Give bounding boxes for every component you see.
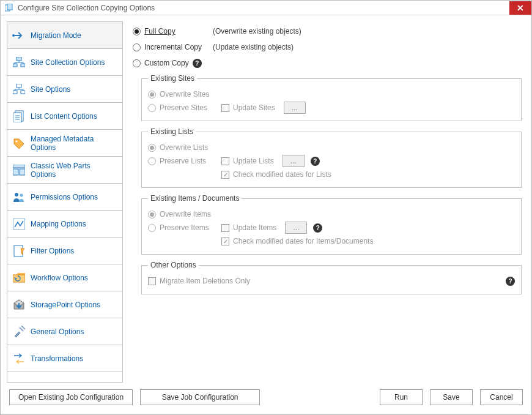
sidebar-item-label: Mapping Options <box>31 220 86 228</box>
checkbox-label: Update Sites <box>233 103 275 112</box>
webparts-icon <box>12 163 26 177</box>
radio-label: Custom Copy <box>144 59 189 67</box>
sidebar-item-site-collection-options[interactable]: Site Collection Options <box>7 49 122 76</box>
svg-rect-23 <box>13 165 25 168</box>
help-icon[interactable]: ? <box>313 223 322 233</box>
users-icon <box>12 190 26 204</box>
sidebar-item-transformations[interactable]: Transformations <box>7 345 122 372</box>
sidebar-item-managed-metadata-options[interactable]: Managed Metadata Options <box>7 130 122 157</box>
radio-custom-copy[interactable]: Custom Copy ? <box>133 56 522 70</box>
radio-indicator <box>133 43 141 51</box>
list-icon <box>12 110 26 123</box>
svg-rect-3 <box>17 57 21 61</box>
sidebar-item-label: List Content Options <box>31 112 97 121</box>
checkbox-label: Check modified dates for Items/Documents <box>233 237 373 245</box>
radio-label: Preserve Sites <box>160 103 207 112</box>
group-legend: Existing Items / Documents <box>148 194 242 203</box>
sidebar-item-label: Migration Mode <box>31 31 81 40</box>
radio-label: Overwrite Lists <box>160 143 208 152</box>
radio-label: Overwrite Items <box>160 210 211 219</box>
tag-icon <box>12 136 26 150</box>
help-icon[interactable]: ? <box>193 59 202 68</box>
checkbox-migrate-deletions <box>148 277 156 285</box>
filter-icon <box>12 244 26 258</box>
checkbox-label: Migrate Item Deletions Only <box>160 277 250 285</box>
radio-desc: (Update existing objects) <box>213 43 294 51</box>
sidebar-item-site-options[interactable]: Site Options <box>7 76 122 103</box>
sidebar-item-label: Site Options <box>31 85 70 94</box>
sidebar-item-label: StoragePoint Options <box>31 301 100 309</box>
footer-bar: Open Existing Job Configuration Save Job… <box>1 386 531 414</box>
checkbox-update-sites <box>221 104 229 112</box>
sidebar-item-label: Managed Metadata Options <box>31 135 117 152</box>
open-existing-job-button[interactable]: Open Existing Job Configuration <box>9 389 133 405</box>
checkbox-update-lists <box>221 157 229 165</box>
svg-rect-1 <box>7 4 12 10</box>
radio-overwrite-sites: Overwrite Sites <box>148 88 221 101</box>
radio-preserve-lists: Preserve Lists <box>148 154 221 168</box>
radio-preserve-items: Preserve Items <box>148 221 221 234</box>
radio-indicator <box>133 28 141 36</box>
radio-incremental-copy[interactable]: Incremental Copy (Update existing object… <box>133 40 522 54</box>
svg-point-22 <box>16 140 18 142</box>
main-panel: Full Copy (Overwrite existing objects) I… <box>129 21 525 383</box>
sidebar-item-label: Filter Options <box>31 247 74 255</box>
sidebar-item-storagepoint-options[interactable]: StoragePoint Options <box>7 291 122 318</box>
folder-icon <box>12 271 26 285</box>
close-button[interactable]: ✕ <box>509 1 531 15</box>
svg-rect-5 <box>21 64 25 67</box>
arrow-icon <box>12 29 26 42</box>
svg-rect-24 <box>13 169 18 175</box>
svg-rect-4 <box>13 64 17 67</box>
sidebar-item-migration-mode[interactable]: Migration Mode <box>7 22 122 49</box>
mapping-icon <box>12 217 26 231</box>
save-button[interactable]: Save <box>430 389 473 405</box>
svg-rect-10 <box>17 84 21 88</box>
sidebar-item-classic-web-parts-options[interactable]: Classic Web Parts Options <box>7 157 122 184</box>
checkbox-update-items <box>221 224 229 232</box>
title-bar: Configure Site Collection Copying Option… <box>1 1 531 15</box>
help-icon[interactable]: ? <box>506 277 515 286</box>
cancel-button[interactable]: Cancel <box>480 389 523 405</box>
browse-button: ... <box>283 155 305 167</box>
radio-preserve-sites: Preserve Sites <box>148 101 221 114</box>
sidebar-item-mapping-options[interactable]: Mapping Options <box>7 211 122 237</box>
tools-icon <box>12 325 26 338</box>
run-button[interactable]: Run <box>380 389 423 405</box>
radio-label: Overwrite Sites <box>160 90 209 99</box>
browse-button: ... <box>284 102 306 114</box>
sidebar-item-label: Transformations <box>31 354 83 363</box>
group-legend: Existing Lists <box>148 127 196 136</box>
transform-icon <box>12 352 26 365</box>
group-legend: Other Options <box>148 261 199 269</box>
sidebar-item-filter-options[interactable]: Filter Options <box>7 237 122 264</box>
group-existing-items: Existing Items / Documents Overwrite Ite… <box>141 194 522 255</box>
sidebar-item-list-content-options[interactable]: List Content Options <box>7 103 122 130</box>
group-legend: Existing Sites <box>148 74 197 83</box>
checkbox-label: Update Lists <box>233 157 274 165</box>
sidebar-item-permissions-options[interactable]: Permissions Options <box>7 184 122 211</box>
svg-point-26 <box>15 193 18 196</box>
app-icon <box>4 3 14 13</box>
site-icon <box>12 83 26 96</box>
sidebar-item-label: Workflow Options <box>31 274 88 282</box>
sidebar-item-workflow-options[interactable]: Workflow Options <box>7 264 122 291</box>
sidebar-item-label: General Options <box>31 327 84 336</box>
radio-full-copy[interactable]: Full Copy (Overwrite existing objects) <box>133 24 522 39</box>
sidebar-item-label: Permissions Options <box>31 193 98 201</box>
sidebar-item-label: Classic Web Parts Options <box>31 162 117 179</box>
radio-label: Full Copy <box>144 27 213 36</box>
radio-overwrite-items: Overwrite Items <box>148 208 221 221</box>
svg-point-27 <box>20 193 23 196</box>
radio-desc: (Overwrite existing objects) <box>213 27 301 36</box>
save-job-configuration-button[interactable]: Save Job Configuration <box>140 389 260 405</box>
sidebar: Migration Mode Site Collection Options S… <box>7 21 123 383</box>
sidebar-item-general-options[interactable]: General Options <box>7 318 122 345</box>
group-existing-lists: Existing Lists Overwrite Lists Preserve … <box>141 127 522 188</box>
radio-overwrite-lists: Overwrite Lists <box>148 141 221 154</box>
radio-label: Preserve Lists <box>160 157 206 165</box>
help-icon[interactable]: ? <box>311 157 320 166</box>
window-title: Configure Site Collection Copying Option… <box>18 4 509 12</box>
svg-rect-25 <box>20 169 25 175</box>
group-other-options: Other Options Migrate Item Deletions Onl… <box>141 261 522 294</box>
